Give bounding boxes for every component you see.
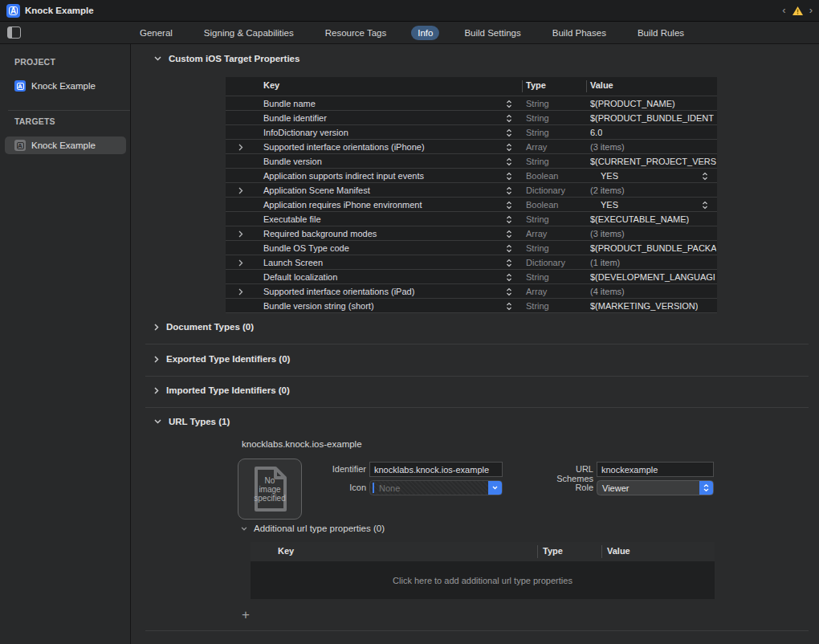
property-row[interactable]: Bundle name String $(PRODUCT_NAME): [226, 96, 717, 110]
url-type-image-well[interactable]: Noimagespecified: [238, 459, 302, 520]
key-stepper-icon[interactable]: [506, 302, 512, 312]
identifier-input[interactable]: knocklabs.knock.ios-example: [369, 462, 503, 477]
warning-triangle-icon[interactable]: [792, 6, 804, 16]
property-value[interactable]: (3 items): [590, 229, 625, 238]
key-stepper-icon[interactable]: [506, 114, 512, 124]
tab-signing-capabilities[interactable]: Signing & Capabilities: [198, 26, 300, 40]
property-row[interactable]: Application supports indirect input even…: [226, 168, 717, 182]
tab-build-rules[interactable]: Build Rules: [631, 26, 691, 40]
key-stepper-icon[interactable]: [506, 215, 512, 226]
property-value[interactable]: $(PRODUCT_BUNDLE_PACKA: [590, 243, 716, 253]
key-stepper-icon[interactable]: [506, 230, 512, 240]
disclosure-chevron-icon[interactable]: [238, 144, 243, 151]
tab-build-settings[interactable]: Build Settings: [458, 26, 527, 40]
identifier-label: Identifier: [310, 464, 366, 474]
property-row[interactable]: Bundle version string (short) String $(M…: [226, 298, 717, 312]
property-value[interactable]: (1 item): [590, 258, 620, 267]
property-type[interactable]: Boolean: [526, 200, 558, 210]
disclosure-chevron-icon[interactable]: [238, 259, 243, 267]
role-popup[interactable]: Viewer: [597, 480, 714, 495]
tab-info[interactable]: Info: [411, 26, 439, 40]
property-type[interactable]: String: [526, 113, 549, 123]
additional-url-properties-header[interactable]: Additional url type properties (0): [241, 524, 385, 533]
url-schemes-input[interactable]: knockexample: [597, 462, 714, 477]
property-type[interactable]: Array: [526, 287, 547, 296]
property-row[interactable]: Launch Screen Dictionary (1 item): [226, 255, 717, 269]
property-row[interactable]: Required background modes Array (3 items…: [226, 226, 717, 240]
url-schemes-label: URL Schemes: [537, 464, 593, 483]
key-stepper-icon[interactable]: [506, 259, 512, 269]
key-stepper-icon[interactable]: [506, 244, 512, 255]
property-row[interactable]: Executable file String $(EXECUTABLE_NAME…: [226, 211, 717, 226]
add-url-type-button[interactable]: +: [238, 608, 253, 622]
property-value[interactable]: YES: [601, 171, 618, 181]
property-row[interactable]: Supported interface orientations (iPhone…: [226, 139, 717, 153]
key-stepper-icon[interactable]: [506, 201, 512, 211]
property-row[interactable]: Bundle identifier String $(PRODUCT_BUNDL…: [226, 110, 717, 124]
section-custom-ios-target-properties[interactable]: Custom iOS Target Properties: [154, 54, 299, 63]
section-url-types[interactable]: URL Types (1): [154, 417, 230, 426]
forward-chevron-icon[interactable]: ›: [809, 4, 813, 17]
tab-resource-tags[interactable]: Resource Tags: [319, 26, 393, 40]
property-value[interactable]: $(DEVELOPMENT_LANGUAGI: [590, 272, 715, 282]
property-row[interactable]: Application requires iPhone environment …: [226, 197, 717, 211]
key-stepper-icon[interactable]: [506, 100, 512, 110]
property-type[interactable]: Array: [526, 142, 547, 152]
add-property-placeholder[interactable]: Click here to add additional url type pr…: [393, 576, 572, 585]
key-stepper-icon[interactable]: [506, 143, 512, 153]
icon-popup[interactable]: None: [369, 480, 503, 495]
property-type[interactable]: String: [526, 301, 549, 311]
property-value[interactable]: $(MARKETING_VERSION): [590, 301, 698, 311]
key-stepper-icon[interactable]: [506, 157, 512, 168]
section-document-types[interactable]: Document Types (0): [154, 322, 254, 332]
property-type[interactable]: String: [526, 128, 549, 137]
tab-general[interactable]: General: [133, 26, 179, 40]
property-row[interactable]: Supported interface orientations (iPad) …: [226, 283, 717, 298]
property-key: Supported interface orientations (iPad): [263, 287, 414, 296]
property-key: Application requires iPhone environment: [263, 200, 422, 210]
property-value[interactable]: (4 items): [590, 287, 625, 296]
property-type[interactable]: Dictionary: [526, 185, 565, 195]
property-value[interactable]: YES: [601, 200, 618, 210]
property-type[interactable]: String: [526, 99, 549, 108]
key-stepper-icon[interactable]: [506, 273, 512, 283]
property-value[interactable]: $(PRODUCT_NAME): [590, 99, 675, 108]
property-value[interactable]: $(CURRENT_PROJECT_VERS: [590, 157, 716, 166]
boolean-stepper-icon[interactable]: [702, 172, 708, 182]
editor-tabbar: GeneralSigning & CapabilitiesResource Ta…: [0, 22, 819, 44]
section-exported-type-identifiers[interactable]: Exported Type Identifiers (0): [154, 354, 290, 364]
property-value[interactable]: $(EXECUTABLE_NAME): [590, 214, 689, 224]
tab-build-phases[interactable]: Build Phases: [546, 26, 613, 40]
property-row[interactable]: InfoDictionary version String 6.0: [226, 124, 717, 139]
property-type[interactable]: String: [526, 272, 549, 282]
key-stepper-icon[interactable]: [506, 186, 512, 197]
property-value[interactable]: (3 items): [590, 142, 625, 152]
property-type[interactable]: String: [526, 214, 549, 224]
property-row[interactable]: Bundle version String $(CURRENT_PROJECT_…: [226, 153, 717, 168]
sidebar-item-target[interactable]: A Knock Example: [5, 137, 126, 154]
property-value[interactable]: $(PRODUCT_BUNDLE_IDENT: [590, 113, 714, 123]
disclosure-chevron-icon[interactable]: [238, 187, 243, 194]
property-type[interactable]: Dictionary: [526, 258, 565, 267]
key-stepper-icon[interactable]: [506, 128, 512, 139]
disclosure-chevron-icon[interactable]: [238, 230, 243, 238]
property-type[interactable]: String: [526, 157, 549, 166]
back-chevron-icon[interactable]: ‹: [782, 4, 785, 17]
disclosure-chevron-icon[interactable]: [238, 288, 243, 296]
property-value[interactable]: 6.0: [590, 128, 602, 137]
key-stepper-icon[interactable]: [506, 172, 512, 182]
property-type[interactable]: Boolean: [526, 171, 558, 181]
target-badge-icon: A: [14, 140, 26, 151]
property-value[interactable]: (2 items): [590, 185, 625, 195]
section-imported-type-identifiers[interactable]: Imported Type Identifiers (0): [154, 385, 290, 395]
property-type[interactable]: Array: [526, 229, 547, 238]
boolean-stepper-icon[interactable]: [702, 201, 708, 211]
sidebar-toggle-icon[interactable]: [7, 26, 21, 39]
property-row[interactable]: Bundle OS Type code String $(PRODUCT_BUN…: [226, 240, 717, 255]
property-row[interactable]: Default localization String $(DEVELOPMEN…: [226, 269, 717, 283]
section-title: Custom iOS Target Properties: [169, 54, 299, 63]
property-row[interactable]: Application Scene Manifest Dictionary (2…: [226, 182, 717, 197]
key-stepper-icon[interactable]: [506, 287, 512, 298]
sidebar-item-project[interactable]: A Knock Example: [5, 77, 126, 95]
property-type[interactable]: String: [526, 243, 549, 253]
